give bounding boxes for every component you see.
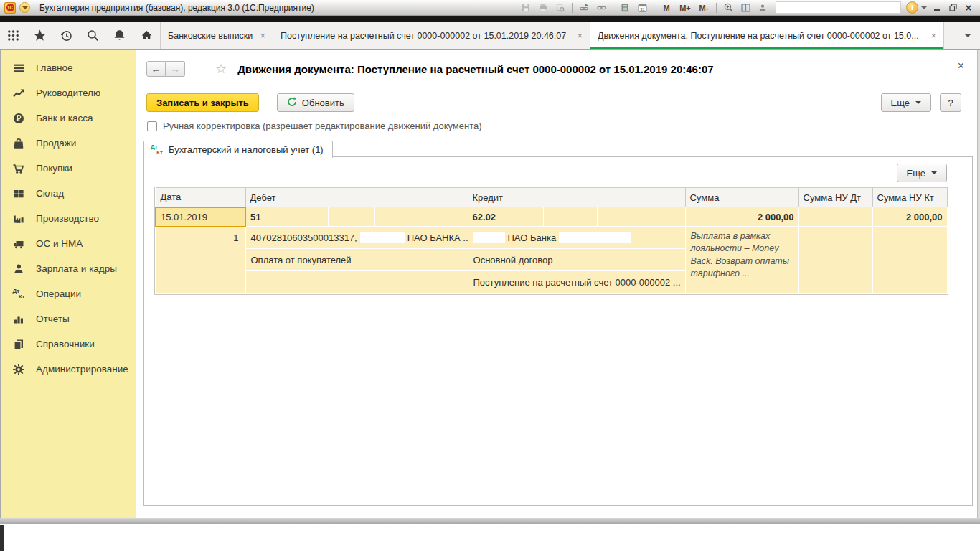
home-tab-button[interactable] bbox=[133, 22, 160, 49]
sidebar-item-manager[interactable]: Руководителю bbox=[1, 80, 136, 105]
refresh-button[interactable]: Обновить bbox=[277, 93, 354, 112]
sidebar-item-warehouse[interactable]: Склад bbox=[1, 181, 136, 206]
calculator-icon[interactable] bbox=[617, 1, 633, 14]
sidebar-item-operations[interactable]: ДтКт Операции bbox=[1, 281, 136, 306]
debit-analytics-line3 bbox=[246, 271, 468, 293]
cell-empty[interactable] bbox=[328, 207, 374, 227]
cell-credit-account[interactable]: 62.02 bbox=[468, 207, 543, 227]
tab-document-movements[interactable]: Движения документа: Поступление на расче… bbox=[590, 22, 944, 49]
more-button[interactable]: Еще bbox=[881, 93, 931, 112]
cell-empty[interactable] bbox=[374, 207, 468, 227]
tab-close-icon[interactable]: × bbox=[260, 30, 265, 41]
menu-icon bbox=[11, 62, 26, 75]
cell-empty[interactable] bbox=[597, 207, 685, 227]
minimize-button[interactable] bbox=[930, 1, 944, 14]
favorite-star-icon[interactable]: ☆ bbox=[215, 61, 227, 77]
print-icon[interactable] bbox=[535, 1, 551, 14]
redaction-box bbox=[559, 232, 631, 243]
zoom-icon[interactable] bbox=[720, 1, 736, 14]
help-button[interactable]: ? bbox=[940, 93, 961, 112]
notifications-bell-button[interactable] bbox=[106, 22, 133, 49]
sidebar-item-purchases[interactable]: Покупки bbox=[1, 156, 136, 181]
factory-icon bbox=[11, 212, 26, 225]
cell-debit-account[interactable]: 51 bbox=[245, 207, 328, 227]
sidebar: Главное Руководителю Банк и касса Продаж… bbox=[0, 50, 136, 518]
main-toolbar: Банковские выписки × Поступление на расч… bbox=[0, 22, 980, 50]
export-link-icon[interactable] bbox=[576, 1, 592, 14]
user-icon[interactable] bbox=[755, 1, 771, 14]
tab-close-icon[interactable]: × bbox=[930, 30, 936, 41]
column-header-date[interactable]: Дата bbox=[156, 188, 245, 207]
info-caret-icon[interactable] bbox=[920, 1, 928, 14]
sidebar-item-sales[interactable]: Продажи bbox=[1, 131, 136, 156]
table-more-button[interactable]: Еще bbox=[897, 164, 947, 182]
cell-empty[interactable] bbox=[543, 207, 597, 227]
cell-amount-nu-kt[interactable]: 2 000,00 bbox=[872, 207, 947, 227]
cell-line-number[interactable]: 1 bbox=[156, 227, 245, 294]
menu-grid-button[interactable] bbox=[0, 22, 27, 49]
save-close-button[interactable]: Записать и закрыть bbox=[146, 93, 259, 112]
table-row: 15.01.2019 51 62.02 2 000,00 2 000,00 bbox=[156, 207, 947, 227]
column-header-debit[interactable]: Дебет bbox=[245, 188, 468, 207]
sidebar-item-directories[interactable]: Справочники bbox=[1, 331, 136, 357]
forward-button[interactable]: → bbox=[166, 61, 185, 77]
memory-subtract-button[interactable]: M- bbox=[695, 4, 712, 12]
sidebar-item-reports[interactable]: Отчеты bbox=[1, 306, 136, 331]
system-menu-button[interactable] bbox=[19, 2, 30, 13]
cell-empty[interactable] bbox=[872, 227, 947, 294]
search-icon[interactable] bbox=[80, 22, 106, 49]
books-icon bbox=[11, 338, 26, 351]
sidebar-item-fixed-assets[interactable]: ОС и НМА bbox=[1, 231, 136, 256]
tab-receipt-document[interactable]: Поступление на расчетный счет 0000-00000… bbox=[273, 22, 590, 49]
info-button[interactable]: i bbox=[906, 1, 918, 14]
cell-debit-analytics[interactable]: 40702810603500013317,ПАО БАНКА ... Оплат… bbox=[245, 227, 468, 294]
column-header-amount-nu-dt[interactable]: Сумма НУ Дт bbox=[798, 188, 872, 207]
svg-text:31: 31 bbox=[640, 6, 645, 11]
cell-amount[interactable]: 2 000,00 bbox=[685, 207, 798, 227]
manual-adjustment-checkbox[interactable] bbox=[147, 121, 157, 131]
column-header-amount[interactable]: Сумма bbox=[685, 188, 798, 207]
link-icon[interactable] bbox=[593, 1, 609, 14]
print-preview-icon[interactable] bbox=[552, 1, 568, 14]
favorites-star-button[interactable] bbox=[27, 22, 53, 49]
calendar-icon[interactable]: 31 bbox=[634, 1, 650, 14]
cell-empty[interactable] bbox=[798, 227, 872, 294]
refresh-icon bbox=[287, 97, 297, 109]
redaction-box bbox=[776, 1, 901, 14]
sidebar-item-main[interactable]: Главное bbox=[1, 55, 136, 80]
tab-accounting-tax-records[interactable]: ДтКт Бухгалтерский и налоговый учет (1) bbox=[143, 141, 333, 158]
sidebar-item-production[interactable]: Производство bbox=[1, 206, 136, 231]
column-header-amount-nu-kt[interactable]: Сумма НУ Кт bbox=[872, 188, 947, 207]
back-button[interactable]: ← bbox=[146, 61, 166, 77]
forward-arrow-icon: → bbox=[170, 63, 180, 75]
history-button[interactable] bbox=[53, 22, 80, 49]
memory-add-button[interactable]: M+ bbox=[677, 4, 694, 12]
sidebar-item-payroll-hr[interactable]: Зарплата и кадры bbox=[1, 256, 136, 281]
cell-empty[interactable] bbox=[798, 207, 872, 227]
background-window-edge bbox=[0, 525, 4, 551]
movements-panel: Еще Дата Дебет Кредит Сумма Сумма НУ Дт … bbox=[143, 156, 973, 506]
save-icon[interactable] bbox=[518, 1, 534, 14]
tab-bank-statements[interactable]: Банковские выписки × bbox=[160, 22, 273, 49]
restore-button[interactable] bbox=[946, 1, 960, 14]
memory-recall-button[interactable]: M bbox=[658, 4, 675, 12]
tab-close-icon[interactable]: × bbox=[577, 30, 583, 41]
chart-icon bbox=[11, 313, 26, 326]
cell-date[interactable]: 15.01.2019 bbox=[156, 207, 245, 227]
sidebar-item-bank-cash[interactable]: Банк и касса bbox=[1, 105, 136, 131]
divider bbox=[716, 3, 717, 13]
content-area: ← → ☆ Движения документа: Поступление на… bbox=[136, 50, 980, 518]
cart-icon bbox=[11, 162, 26, 175]
dtkt-icon: ДтКт bbox=[11, 288, 26, 300]
sidebar-item-administration[interactable]: Администрирование bbox=[1, 357, 136, 382]
dtkt-icon: ДтКт bbox=[151, 144, 163, 156]
cell-credit-analytics[interactable]: ПАО Банка Основной договор Поступление н… bbox=[468, 227, 685, 294]
split-window-icon[interactable] bbox=[738, 1, 753, 14]
cell-payment-purpose[interactable]: Выплата в рамках лояльности – Money Back… bbox=[685, 227, 798, 294]
redaction-box bbox=[473, 232, 505, 243]
tab-list-button[interactable] bbox=[956, 22, 980, 49]
close-window-button[interactable]: × bbox=[961, 1, 976, 14]
divider bbox=[572, 3, 573, 13]
close-form-button[interactable]: × bbox=[958, 60, 964, 72]
column-header-credit[interactable]: Кредит bbox=[468, 188, 685, 207]
